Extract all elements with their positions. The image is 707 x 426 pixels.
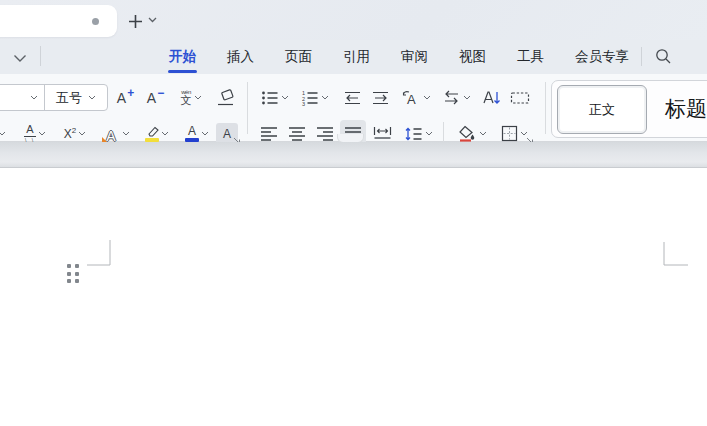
plus-icon (128, 14, 143, 29)
text-tools-icon: A (401, 89, 421, 106)
asian-layout-dropdown[interactable] (438, 84, 474, 111)
chevron-down-icon (78, 131, 86, 136)
sort-icon (481, 89, 501, 106)
formatting-toolbar: 五号 A+ A− wén 文 A \ \ (0, 74, 707, 142)
chevron-down-icon (38, 131, 46, 136)
increase-indent-icon (371, 90, 390, 106)
chevron-down-icon (479, 131, 487, 136)
numbered-list-icon: 1 2 3 (301, 90, 319, 106)
chevron-down-icon (425, 131, 433, 136)
font-family-dropdown[interactable] (0, 85, 44, 110)
ribbon-tab-view[interactable]: 视图 (458, 48, 487, 66)
chevron-down-icon (88, 95, 96, 100)
style-item-title[interactable]: 标题 (653, 81, 707, 137)
pinyin-guide-dropdown[interactable]: wén 文 (172, 84, 210, 111)
chevron-down-icon (423, 95, 431, 100)
divider (40, 46, 41, 66)
ribbon-tab-tools[interactable]: 工具 (516, 48, 545, 66)
chevron-down-icon (122, 131, 130, 136)
distribute-icon (373, 126, 392, 141)
text-tools-dropdown[interactable]: A (396, 84, 436, 111)
sort-button[interactable] (477, 84, 505, 111)
new-document-tab-button[interactable] (124, 10, 146, 32)
paragraph-drag-handle[interactable] (67, 264, 82, 283)
font-dialog-launcher[interactable] (233, 131, 243, 141)
ribbon-tab-member[interactable]: 会员专享 (574, 48, 630, 66)
ribbon-tab-review[interactable]: 审阅 (400, 48, 429, 66)
search-icon (655, 48, 672, 65)
search-button[interactable] (653, 48, 673, 68)
margin-corner-marks (0, 142, 707, 426)
emphasis-mark-icon: A \ \ (24, 124, 35, 143)
superscript-icon: X2 (64, 126, 76, 141)
chevron-down-icon (30, 95, 38, 100)
document-tab[interactable] (0, 5, 117, 37)
chevron-down-icon (201, 131, 209, 136)
chevron-down-icon (321, 95, 329, 100)
ribbon-tabs: 开始 插入 页面 引用 审阅 视图 工具 会员专享 (168, 40, 630, 74)
paint-bucket-icon (457, 125, 477, 142)
tab-list-chevron-icon[interactable] (148, 15, 160, 25)
clear-formatting-button[interactable] (211, 84, 239, 111)
ribbon-tab-insert[interactable]: 插入 (226, 48, 255, 66)
document-tabbar (0, 0, 707, 40)
chevron-down-icon (281, 95, 289, 100)
style-gallery: 正文 标题 (551, 80, 707, 138)
divider (545, 82, 546, 134)
menu-chevron-down-icon[interactable] (13, 49, 28, 61)
divider (443, 122, 444, 144)
font-size-dropdown[interactable]: 五号 (45, 85, 107, 110)
wps-writer-window: 开始 插入 页面 引用 审阅 视图 工具 会员专享 五号 (0, 0, 707, 426)
dashed-box-icon (510, 91, 530, 105)
chevron-down-icon (161, 131, 169, 136)
decrease-font-size-button[interactable]: A− (142, 84, 170, 111)
decrease-indent-icon (343, 90, 362, 106)
eraser-icon (216, 89, 235, 106)
ribbon-tab-home[interactable]: 开始 (168, 48, 197, 66)
style-item-body[interactable]: 正文 (557, 85, 647, 134)
pinyin-icon: wén 文 (181, 89, 192, 106)
document-canvas[interactable] (0, 142, 707, 426)
decrease-indent-button[interactable] (338, 84, 366, 111)
chevron-down-icon (194, 95, 202, 100)
font-combo: 五号 (0, 84, 108, 111)
align-left-icon (260, 126, 278, 141)
line-spacing-icon (404, 126, 423, 142)
align-center-icon (288, 126, 306, 141)
chevron-down-icon (463, 95, 471, 100)
ribbon-tab-row: 开始 插入 页面 引用 审阅 视图 工具 会员专享 (0, 40, 707, 74)
ribbon-tab-page[interactable]: 页面 (284, 48, 313, 66)
font-color-icon: A (185, 125, 199, 142)
text-effects-icon: A (102, 125, 120, 143)
increase-indent-button[interactable] (366, 84, 394, 111)
svg-text:3: 3 (302, 101, 305, 106)
increase-font-size-button[interactable]: A+ (112, 84, 140, 111)
ribbon-tab-reference[interactable]: 引用 (342, 48, 371, 66)
divider (641, 47, 642, 66)
swap-arrows-icon (442, 90, 461, 105)
divider (247, 82, 248, 134)
numbered-list-dropdown[interactable]: 1 2 3 (296, 84, 334, 111)
svg-text:A: A (407, 92, 416, 106)
borders-icon (501, 125, 518, 142)
bullet-list-icon (261, 90, 279, 106)
tab-marks-button[interactable] (506, 84, 534, 111)
paragraph-dialog-launcher[interactable] (526, 131, 536, 141)
unsaved-indicator-dot (92, 18, 99, 25)
bullet-list-dropdown[interactable] (256, 84, 294, 111)
align-right-icon (316, 126, 334, 141)
font-size-value: 五号 (56, 89, 82, 107)
highlighter-icon (145, 126, 159, 142)
